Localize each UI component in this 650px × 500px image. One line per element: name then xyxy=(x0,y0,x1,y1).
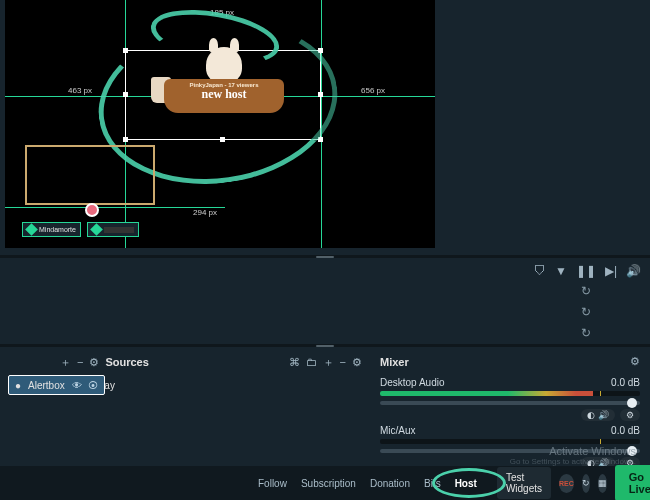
scene-strip-2[interactable]: ↻ xyxy=(0,303,598,321)
channel-name: Desktop Audio xyxy=(380,377,445,388)
remove-icon[interactable]: − xyxy=(340,356,346,368)
ruler-left-lbl: 463 px xyxy=(68,86,92,95)
go-live-button[interactable]: Go Live xyxy=(615,465,650,500)
tab-subscription[interactable]: Subscription xyxy=(301,478,356,489)
shield-icon[interactable]: ⛉ xyxy=(534,264,546,278)
source-icon: ● xyxy=(15,380,21,391)
slider-thumb[interactable] xyxy=(627,398,637,408)
chip-label: Mindamorte xyxy=(39,226,76,233)
refresh-icon[interactable]: ↻ xyxy=(581,284,591,298)
ruler-h2 xyxy=(5,207,225,208)
gear-icon[interactable]: ⚙ xyxy=(630,355,640,368)
test-widgets-button[interactable]: Test Widgets xyxy=(497,467,551,499)
volume-slider[interactable] xyxy=(380,401,640,405)
resize-handle[interactable] xyxy=(318,137,323,142)
remove-icon[interactable]: − xyxy=(77,356,83,368)
ruler-top-lbl: 185 px xyxy=(210,8,234,17)
tab-follow[interactable]: Follow xyxy=(258,478,287,489)
tab-bits[interactable]: Bits xyxy=(424,478,441,489)
gear-icon[interactable]: ⚙ xyxy=(89,356,99,369)
lock-icon[interactable]: ⦿ xyxy=(88,380,98,391)
volume-slider[interactable] xyxy=(380,449,640,453)
refresh-icon[interactable]: ↻ xyxy=(581,305,591,319)
skip-icon[interactable]: ▶| xyxy=(605,264,617,278)
source-row[interactable]: ●Alertbox👁⦿ xyxy=(8,375,105,395)
gear-icon[interactable]: ⚙ xyxy=(352,356,362,369)
resize-handle[interactable] xyxy=(318,92,323,97)
chip[interactable]: Mindamorte xyxy=(22,222,81,237)
overlay-chips: Mindamorte xyxy=(22,222,139,237)
monitor-toggle[interactable]: ◐ 🔊 xyxy=(581,409,615,421)
folder-icon[interactable]: 🗀 xyxy=(306,356,317,368)
channel-name: Mic/Aux xyxy=(380,425,416,436)
ruler-v2 xyxy=(321,0,322,248)
resize-handle[interactable] xyxy=(123,48,128,53)
mixer-channel: Desktop Audio0.0 dB◐ 🔊⚙ xyxy=(380,377,640,421)
pause-icon[interactable]: ❚❚ xyxy=(576,264,596,278)
audio-meter xyxy=(380,439,640,444)
volume-icon[interactable]: 🔊 xyxy=(626,264,641,278)
chip-blur xyxy=(104,227,134,233)
bottom-bar: FollowSubscriptionDonationBitsHost Test … xyxy=(0,466,650,500)
mixer-title: Mixer xyxy=(380,356,409,368)
channel-db: 0.0 dB xyxy=(611,377,640,388)
add-icon[interactable]: ＋ xyxy=(323,355,334,370)
refresh-icon[interactable]: ↻ xyxy=(581,326,591,340)
chip[interactable] xyxy=(87,222,139,237)
preview-canvas[interactable]: 185 px 463 px 656 px 294 px PinkyJapan -… xyxy=(5,0,435,248)
link-icon[interactable]: ⌘ xyxy=(289,356,300,369)
source-label: Alertbox xyxy=(28,380,65,391)
resize-handle[interactable] xyxy=(220,137,225,142)
tab-donation[interactable]: Donation xyxy=(370,478,410,489)
mixer-panel: Mixer Desktop Audio0.0 dB◐ 🔊⚙Mic/Aux0.0 … xyxy=(370,351,650,466)
llama-icon xyxy=(206,47,242,83)
tab-host[interactable]: Host xyxy=(455,478,477,489)
ruler-bot-lbl: 294 px xyxy=(193,208,217,217)
audio-meter xyxy=(380,391,640,396)
sources-panel: ＋ − ⚙ Sources ⌘ 🗀 ＋ − ⚙ ●Alertbox👁⦿›▥Liv… xyxy=(0,351,370,466)
overlay-frame[interactable] xyxy=(25,145,155,205)
scene-strip-3[interactable]: ↻ xyxy=(0,324,598,342)
scene-strip-1[interactable]: ↻ xyxy=(0,282,598,300)
panel-divider[interactable] xyxy=(0,344,650,347)
record-button[interactable]: REC xyxy=(559,474,574,493)
add-icon[interactable]: ＋ xyxy=(60,355,71,370)
alert-banner: PinkyJapan - 17 viewers new host xyxy=(164,79,284,113)
channel-db: 0.0 dB xyxy=(611,425,640,436)
channel-gear[interactable]: ⚙ xyxy=(620,409,640,421)
resize-handle[interactable] xyxy=(123,137,128,142)
ruler-right-lbl: 656 px xyxy=(361,86,385,95)
replay-button[interactable]: ↻ xyxy=(582,474,590,493)
filter-icon[interactable]: ▼ xyxy=(555,264,567,278)
alert-widget[interactable]: PinkyJapan - 17 viewers new host xyxy=(159,65,289,125)
visibility-icon[interactable]: 👁 xyxy=(72,380,82,391)
overlay-pink-dot[interactable] xyxy=(85,203,99,217)
diamond-icon xyxy=(90,223,103,236)
diamond-icon xyxy=(25,223,38,236)
sources-title: Sources xyxy=(105,356,148,368)
widget-tabs: FollowSubscriptionDonationBitsHost xyxy=(258,478,477,489)
panel-divider[interactable] xyxy=(0,255,650,258)
slider-thumb[interactable] xyxy=(627,446,637,456)
snapshot-button[interactable]: ▦ xyxy=(598,474,607,493)
resize-handle[interactable] xyxy=(318,48,323,53)
studio-controls: ⛉ ▼ ❚❚ ▶| 🔊 xyxy=(534,264,641,278)
mixer-channel: Mic/Aux0.0 dB◐ 🔊⚙ xyxy=(380,425,640,469)
alert-line2: new host xyxy=(164,87,284,102)
resize-handle[interactable] xyxy=(123,92,128,97)
selection-box[interactable]: PinkyJapan - 17 viewers new host xyxy=(125,50,321,140)
